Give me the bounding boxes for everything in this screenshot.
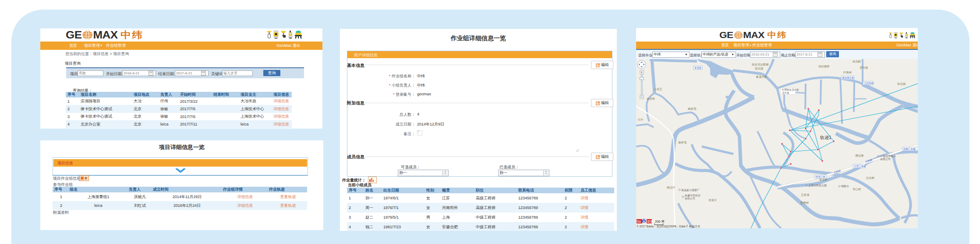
svg-text:加好眼村: 加好眼村	[818, 65, 830, 68]
svg-text:佛法庵: 佛法庵	[855, 154, 864, 157]
svg-text:顾家宅: 顾家宅	[688, 107, 697, 110]
svg-text:东升路: 东升路	[860, 66, 868, 70]
svg-text:大圩: 大圩	[637, 118, 644, 121]
svg-text:商务湾别墅桥: 商务湾别墅桥	[752, 63, 769, 66]
svg-text:叶香村: 叶香村	[843, 71, 852, 74]
svg-text:二海恒学包装: 二海恒学包装	[880, 155, 896, 157]
svg-text:喃古汗: 喃古汗	[667, 186, 676, 189]
svg-text:金星村: 金星村	[647, 97, 655, 101]
svg-text:日湾江海桥: 日湾江海桥	[854, 165, 866, 168]
svg-text:香花桥: 香花桥	[694, 66, 702, 70]
svg-text:青浦大桥: 青浦大桥	[756, 75, 768, 79]
svg-text:有限公司: 有限公司	[880, 157, 891, 160]
svg-text:Ba: Ba	[637, 220, 641, 223]
svg-text:西曹村: 西曹村	[800, 201, 809, 205]
svg-text:练高路: 练高路	[897, 82, 906, 86]
svg-text:200 米: 200 米	[655, 220, 665, 223]
svg-text:© 2017 Baidu - 京(2016)2299号 -: © 2017 Baidu - 京(2016)2299号 - Data © 长地万…	[637, 225, 701, 228]
svg-text:轨迹1: 轨迹1	[820, 135, 831, 140]
svg-text:特雷江桥: 特雷江桥	[816, 175, 826, 178]
svg-text:吉村西桥: 吉村西桥	[864, 82, 874, 85]
svg-text:小张王: 小张王	[654, 87, 662, 91]
svg-text:唐家宅: 唐家宅	[678, 141, 687, 144]
svg-text:有限公司: 有限公司	[684, 197, 695, 200]
svg-text:南鑫华星纸业: 南鑫华星纸业	[685, 194, 701, 197]
svg-text:沿农村: 沿农村	[866, 176, 875, 180]
svg-text:叶家附近卫生室: 叶家附近卫生室	[782, 88, 799, 91]
svg-text:癸巳村: 癸巳村	[853, 188, 861, 191]
svg-text:王家埭: 王家埭	[801, 193, 810, 196]
svg-text:葛泰新力模塑厂: 葛泰新力模塑厂	[681, 188, 700, 192]
svg-text:卫生室: 卫生室	[782, 91, 789, 94]
svg-text:五厍浜村幼儿园: 五厍浜村幼儿园	[808, 184, 827, 187]
svg-text:明殿寺: 明殿寺	[841, 185, 849, 188]
svg-text:重固镇北桥: 重固镇北桥	[842, 77, 854, 80]
svg-text:朱四村: 朱四村	[853, 60, 861, 63]
svg-text:史家汗: 史家汗	[708, 199, 717, 202]
svg-text:百度: 百度	[647, 220, 653, 223]
svg-text:西横江西桥: 西横江西桥	[903, 148, 916, 151]
svg-text:迎宾路: 迎宾路	[755, 67, 764, 70]
